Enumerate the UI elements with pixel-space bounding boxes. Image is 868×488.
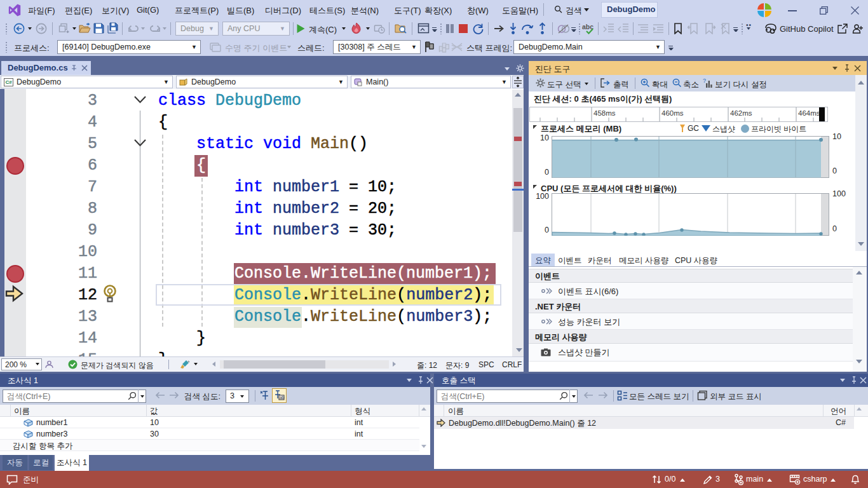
svg-text:462ms: 462ms [730,109,752,117]
svg-text:458ms: 458ms [593,109,616,117]
svg-text:?: ? [703,78,706,84]
svg-text:460ms: 460ms [661,109,684,117]
svg-text:464ms: 464ms [798,109,820,117]
svg-text:ab: ab [280,395,285,400]
